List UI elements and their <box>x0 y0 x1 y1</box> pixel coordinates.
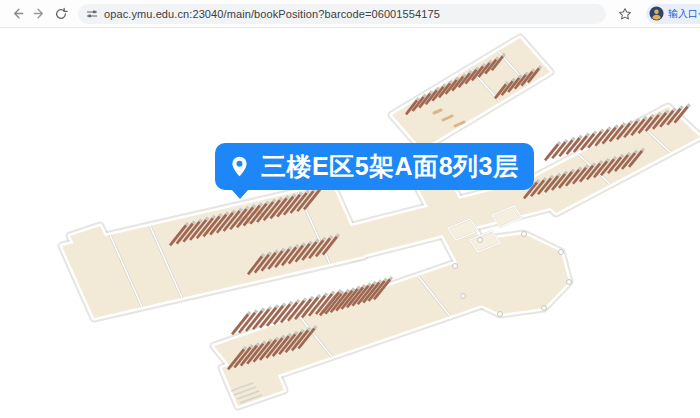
profile-chip[interactable]: 输入口令 <box>646 4 700 24</box>
browser-toolbar: opac.ymu.edu.cn:23040/main/bookPosition?… <box>0 0 700 28</box>
location-tooltip[interactable]: 三楼E区5架A面8列3层 <box>215 143 534 190</box>
site-settings-icon[interactable] <box>86 8 98 20</box>
forward-button[interactable] <box>28 3 50 25</box>
map-area: 三楼E区5架A面8列3层 <box>0 0 700 418</box>
forward-icon <box>32 6 47 21</box>
back-icon <box>10 6 25 21</box>
back-button[interactable] <box>6 3 28 25</box>
tooltip-text: 三楼E区5架A面8列3层 <box>261 150 518 183</box>
bookmark-button[interactable] <box>614 3 636 25</box>
url-text[interactable]: opac.ymu.edu.cn:23040/main/bookPosition?… <box>104 8 440 20</box>
reload-icon <box>54 7 68 21</box>
avatar <box>649 6 664 21</box>
profile-chip-label: 输入口令 <box>668 7 700 21</box>
address-bar[interactable]: opac.ymu.edu.cn:23040/main/bookPosition?… <box>78 4 606 24</box>
location-pin-icon <box>228 155 251 178</box>
star-icon <box>618 7 632 21</box>
floor-map[interactable] <box>0 0 700 418</box>
reload-button[interactable] <box>50 3 72 25</box>
browser-window: opac.ymu.edu.cn:23040/main/bookPosition?… <box>0 0 700 418</box>
